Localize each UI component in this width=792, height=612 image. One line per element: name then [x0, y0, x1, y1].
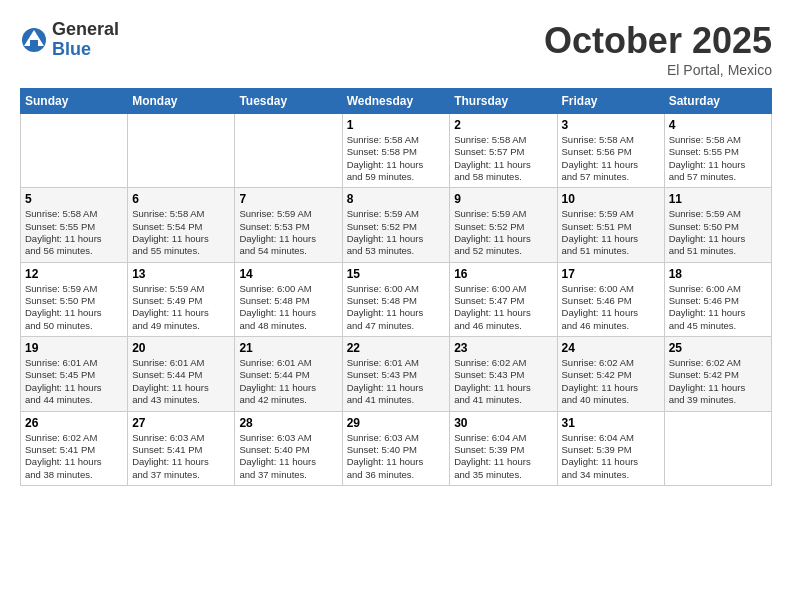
calendar-cell — [21, 114, 128, 188]
calendar-cell: 12Sunrise: 5:59 AM Sunset: 5:50 PM Dayli… — [21, 262, 128, 336]
day-info: Sunrise: 6:02 AM Sunset: 5:42 PM Dayligh… — [669, 357, 767, 406]
location: El Portal, Mexico — [544, 62, 772, 78]
day-info: Sunrise: 5:58 AM Sunset: 5:54 PM Dayligh… — [132, 208, 230, 257]
calendar-cell — [235, 114, 342, 188]
logo-icon — [20, 26, 48, 54]
day-number: 18 — [669, 267, 767, 281]
day-number: 1 — [347, 118, 446, 132]
calendar-week-row: 5Sunrise: 5:58 AM Sunset: 5:55 PM Daylig… — [21, 188, 772, 262]
calendar-cell: 10Sunrise: 5:59 AM Sunset: 5:51 PM Dayli… — [557, 188, 664, 262]
calendar-cell: 28Sunrise: 6:03 AM Sunset: 5:40 PM Dayli… — [235, 411, 342, 485]
weekday-header: Thursday — [450, 89, 557, 114]
calendar-week-row: 26Sunrise: 6:02 AM Sunset: 5:41 PM Dayli… — [21, 411, 772, 485]
calendar-cell — [664, 411, 771, 485]
calendar-cell: 27Sunrise: 6:03 AM Sunset: 5:41 PM Dayli… — [128, 411, 235, 485]
calendar-cell: 8Sunrise: 5:59 AM Sunset: 5:52 PM Daylig… — [342, 188, 450, 262]
calendar-cell: 23Sunrise: 6:02 AM Sunset: 5:43 PM Dayli… — [450, 337, 557, 411]
day-number: 12 — [25, 267, 123, 281]
calendar-cell: 3Sunrise: 5:58 AM Sunset: 5:56 PM Daylig… — [557, 114, 664, 188]
day-number: 7 — [239, 192, 337, 206]
weekday-header: Friday — [557, 89, 664, 114]
calendar-cell: 16Sunrise: 6:00 AM Sunset: 5:47 PM Dayli… — [450, 262, 557, 336]
day-info: Sunrise: 5:59 AM Sunset: 5:49 PM Dayligh… — [132, 283, 230, 332]
day-info: Sunrise: 5:59 AM Sunset: 5:50 PM Dayligh… — [669, 208, 767, 257]
calendar-cell — [128, 114, 235, 188]
calendar-cell: 25Sunrise: 6:02 AM Sunset: 5:42 PM Dayli… — [664, 337, 771, 411]
day-number: 30 — [454, 416, 552, 430]
weekday-header: Monday — [128, 89, 235, 114]
day-info: Sunrise: 5:59 AM Sunset: 5:53 PM Dayligh… — [239, 208, 337, 257]
day-number: 14 — [239, 267, 337, 281]
day-info: Sunrise: 5:59 AM Sunset: 5:52 PM Dayligh… — [454, 208, 552, 257]
day-number: 3 — [562, 118, 660, 132]
weekday-header: Wednesday — [342, 89, 450, 114]
day-info: Sunrise: 6:04 AM Sunset: 5:39 PM Dayligh… — [562, 432, 660, 481]
calendar-cell: 21Sunrise: 6:01 AM Sunset: 5:44 PM Dayli… — [235, 337, 342, 411]
day-info: Sunrise: 5:59 AM Sunset: 5:50 PM Dayligh… — [25, 283, 123, 332]
day-info: Sunrise: 6:00 AM Sunset: 5:47 PM Dayligh… — [454, 283, 552, 332]
day-number: 28 — [239, 416, 337, 430]
day-info: Sunrise: 5:58 AM Sunset: 5:55 PM Dayligh… — [25, 208, 123, 257]
day-number: 4 — [669, 118, 767, 132]
calendar-cell: 18Sunrise: 6:00 AM Sunset: 5:46 PM Dayli… — [664, 262, 771, 336]
day-number: 22 — [347, 341, 446, 355]
weekday-header: Saturday — [664, 89, 771, 114]
day-number: 13 — [132, 267, 230, 281]
day-number: 26 — [25, 416, 123, 430]
calendar-cell: 24Sunrise: 6:02 AM Sunset: 5:42 PM Dayli… — [557, 337, 664, 411]
calendar-cell: 2Sunrise: 5:58 AM Sunset: 5:57 PM Daylig… — [450, 114, 557, 188]
calendar-cell: 9Sunrise: 5:59 AM Sunset: 5:52 PM Daylig… — [450, 188, 557, 262]
day-info: Sunrise: 6:03 AM Sunset: 5:40 PM Dayligh… — [347, 432, 446, 481]
day-info: Sunrise: 6:02 AM Sunset: 5:43 PM Dayligh… — [454, 357, 552, 406]
day-number: 31 — [562, 416, 660, 430]
calendar-cell: 31Sunrise: 6:04 AM Sunset: 5:39 PM Dayli… — [557, 411, 664, 485]
calendar-cell: 13Sunrise: 5:59 AM Sunset: 5:49 PM Dayli… — [128, 262, 235, 336]
calendar-week-row: 12Sunrise: 5:59 AM Sunset: 5:50 PM Dayli… — [21, 262, 772, 336]
day-number: 23 — [454, 341, 552, 355]
calendar-cell: 4Sunrise: 5:58 AM Sunset: 5:55 PM Daylig… — [664, 114, 771, 188]
day-info: Sunrise: 6:00 AM Sunset: 5:48 PM Dayligh… — [347, 283, 446, 332]
day-info: Sunrise: 6:01 AM Sunset: 5:43 PM Dayligh… — [347, 357, 446, 406]
calendar-cell: 6Sunrise: 5:58 AM Sunset: 5:54 PM Daylig… — [128, 188, 235, 262]
logo-general-text: General — [52, 20, 119, 40]
day-info: Sunrise: 6:01 AM Sunset: 5:44 PM Dayligh… — [239, 357, 337, 406]
month-title: October 2025 — [544, 20, 772, 62]
calendar-week-row: 1Sunrise: 5:58 AM Sunset: 5:58 PM Daylig… — [21, 114, 772, 188]
calendar-header-row: SundayMondayTuesdayWednesdayThursdayFrid… — [21, 89, 772, 114]
day-info: Sunrise: 5:59 AM Sunset: 5:52 PM Dayligh… — [347, 208, 446, 257]
day-number: 10 — [562, 192, 660, 206]
day-info: Sunrise: 5:58 AM Sunset: 5:56 PM Dayligh… — [562, 134, 660, 183]
day-info: Sunrise: 6:01 AM Sunset: 5:45 PM Dayligh… — [25, 357, 123, 406]
calendar-cell: 17Sunrise: 6:00 AM Sunset: 5:46 PM Dayli… — [557, 262, 664, 336]
day-info: Sunrise: 6:03 AM Sunset: 5:40 PM Dayligh… — [239, 432, 337, 481]
day-info: Sunrise: 6:00 AM Sunset: 5:48 PM Dayligh… — [239, 283, 337, 332]
day-number: 9 — [454, 192, 552, 206]
day-info: Sunrise: 5:58 AM Sunset: 5:55 PM Dayligh… — [669, 134, 767, 183]
calendar-cell: 30Sunrise: 6:04 AM Sunset: 5:39 PM Dayli… — [450, 411, 557, 485]
day-info: Sunrise: 6:02 AM Sunset: 5:41 PM Dayligh… — [25, 432, 123, 481]
weekday-header: Sunday — [21, 89, 128, 114]
calendar-cell: 11Sunrise: 5:59 AM Sunset: 5:50 PM Dayli… — [664, 188, 771, 262]
day-number: 21 — [239, 341, 337, 355]
day-number: 8 — [347, 192, 446, 206]
calendar-cell: 7Sunrise: 5:59 AM Sunset: 5:53 PM Daylig… — [235, 188, 342, 262]
day-number: 20 — [132, 341, 230, 355]
svg-rect-2 — [30, 40, 38, 46]
day-number: 2 — [454, 118, 552, 132]
day-number: 29 — [347, 416, 446, 430]
day-info: Sunrise: 6:01 AM Sunset: 5:44 PM Dayligh… — [132, 357, 230, 406]
page-header: General Blue October 2025 El Portal, Mex… — [20, 20, 772, 78]
day-info: Sunrise: 6:02 AM Sunset: 5:42 PM Dayligh… — [562, 357, 660, 406]
day-number: 15 — [347, 267, 446, 281]
calendar-cell: 20Sunrise: 6:01 AM Sunset: 5:44 PM Dayli… — [128, 337, 235, 411]
calendar-week-row: 19Sunrise: 6:01 AM Sunset: 5:45 PM Dayli… — [21, 337, 772, 411]
title-block: October 2025 El Portal, Mexico — [544, 20, 772, 78]
day-number: 25 — [669, 341, 767, 355]
day-number: 27 — [132, 416, 230, 430]
calendar-cell: 26Sunrise: 6:02 AM Sunset: 5:41 PM Dayli… — [21, 411, 128, 485]
day-number: 19 — [25, 341, 123, 355]
day-info: Sunrise: 6:04 AM Sunset: 5:39 PM Dayligh… — [454, 432, 552, 481]
calendar-cell: 22Sunrise: 6:01 AM Sunset: 5:43 PM Dayli… — [342, 337, 450, 411]
day-info: Sunrise: 5:58 AM Sunset: 5:58 PM Dayligh… — [347, 134, 446, 183]
day-info: Sunrise: 6:00 AM Sunset: 5:46 PM Dayligh… — [669, 283, 767, 332]
